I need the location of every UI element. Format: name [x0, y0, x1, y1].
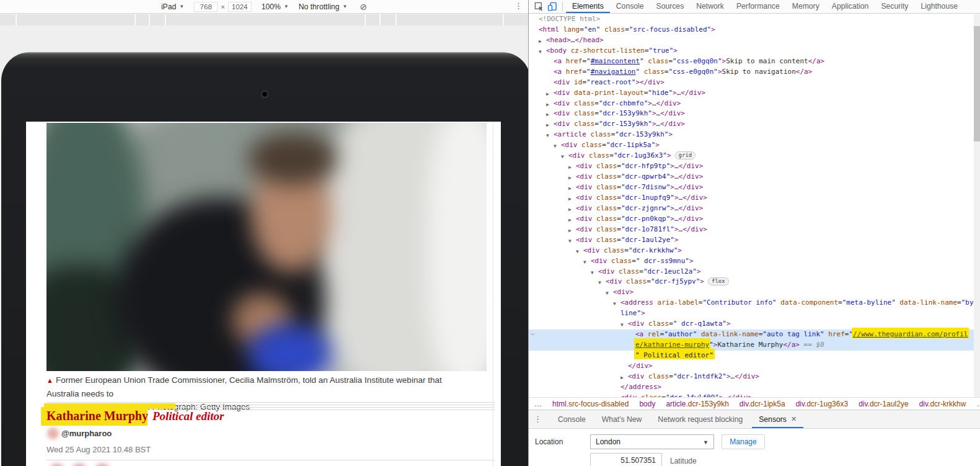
code-row[interactable]: ▶<div class="dcr-hfp9tp">…</div>: [529, 161, 974, 172]
code-row[interactable]: ▼<address aria-label="Contributor info" …: [529, 298, 974, 308]
code-row[interactable]: ▼<div class=" dcr-q1awta">: [529, 319, 974, 329]
code-row[interactable]: ▶<div class="dcr-qpwrb4">…</div>: [529, 172, 974, 182]
tab-sources[interactable]: Sources: [650, 0, 691, 14]
code-token: </div>: [640, 78, 664, 86]
code-token: <div: [576, 225, 593, 233]
ruler-separator: [364, 14, 366, 25]
zoom-select[interactable]: 100% ▼: [262, 2, 289, 11]
tab-application[interactable]: Application: [826, 0, 875, 14]
tab-lighthouse[interactable]: Lighthouse: [914, 0, 964, 14]
code-row[interactable]: ▼<div class="dcr-1ipk5a">: [529, 140, 974, 151]
code-row[interactable]: <a href="#maincontent" class="css-e0gq0n…: [529, 56, 974, 67]
chevron-down-icon: ▼: [179, 4, 184, 9]
code-row[interactable]: <!DOCTYPE html>: [529, 14, 974, 25]
code-row[interactable]: ▶<div class="dcr-chbmfo">…</div>: [529, 99, 974, 109]
code-token: "css-e0gq0n": [673, 57, 722, 65]
code-token: …: [674, 162, 679, 170]
code-row[interactable]: e/katharine-murphy">Katharine Murphy</a>…: [529, 340, 974, 351]
code-token: <article: [554, 130, 586, 138]
code-row[interactable]: ▶<div class="dcr-1ntdfk2">…</div>: [529, 372, 974, 382]
breadcrumb-item[interactable]: div.dcr-1ipk5a: [739, 400, 785, 408]
code-row[interactable]: <div id="react-root"></div>: [529, 78, 974, 88]
breadcrumb-overflow[interactable]: …: [976, 400, 980, 408]
code-row[interactable]: ▶<div class="dcr-1nupfq9">…</div>: [529, 193, 974, 204]
code-token: </div>: [628, 362, 653, 370]
drawer-tab-sensors[interactable]: Sensors✕: [751, 410, 805, 428]
breadcrumb-item[interactable]: article.dcr-153y9kh: [666, 400, 728, 408]
code-row[interactable]: ▼<div class="dcr-1eucl2a">: [529, 267, 974, 277]
code-row[interactable]: ▼<div class="dcr-krkkhw">: [529, 246, 974, 256]
attribute-link[interactable]: #navigation: [591, 68, 636, 76]
throttling-select[interactable]: No throttling ▼: [299, 2, 348, 11]
location-select[interactable]: London ▼: [590, 434, 714, 449]
code-row[interactable]: ▶<div class="dcr-1fwlf09">…</div>: [529, 393, 974, 397]
code-row[interactable]: ▶<div class="dcr-7disnw">…</div>: [529, 182, 974, 193]
code-row[interactable]: ▼<div>: [529, 287, 974, 298]
breadcrumb-class: .dcr-1aul2ye: [868, 400, 909, 408]
code-row[interactable]: ▶<div class="dcr-1o781fl">…</div>: [529, 225, 974, 235]
code-token: >: [652, 109, 656, 117]
twitter-handle-link[interactable]: @murpharoo: [61, 429, 112, 438]
code-row[interactable]: ▶<div class="dcr-153y9kh">…</div>: [529, 119, 974, 130]
code-row[interactable]: ▼<div class="dcr-1ug36x3">grid: [529, 151, 974, 161]
scrollbar-thumb[interactable]: [974, 26, 980, 141]
code-row[interactable]: ▶<div class="dcr-153y9kh">…</div>: [529, 109, 974, 119]
drawer-tab-console[interactable]: Console: [550, 410, 594, 428]
layout-badge[interactable]: flex: [708, 277, 729, 285]
code-token: <div: [576, 194, 593, 202]
code-row[interactable]: ▼<div class="dcr-1aul2ye">: [529, 235, 974, 246]
breadcrumb-item[interactable]: div.dcr-1ug36x3: [796, 400, 849, 408]
code-row[interactable]: <html lang="en" class="src-focus-disable…: [529, 25, 974, 35]
code-row[interactable]: ▼<div class=" dcr-ss9mnu">: [529, 256, 974, 267]
code-row[interactable]: ▶<div class="dcr-zjgnrw">…</div>: [529, 204, 974, 214]
code-row[interactable]: <a href="#navigation" class="css-e0gq0n"…: [529, 67, 974, 78]
attribute-link[interactable]: #maincontent: [591, 57, 640, 65]
breadcrumb-item[interactable]: html.src-focus-disabled: [552, 400, 629, 408]
breadcrumb-item[interactable]: body: [639, 400, 655, 408]
layout-badge[interactable]: grid: [675, 151, 696, 159]
tab-elements[interactable]: Elements: [566, 0, 610, 14]
code-row[interactable]: ▶<div data-print-layout="hide">…</div>: [529, 88, 974, 99]
breadcrumb-tag: article: [666, 400, 686, 408]
code-row[interactable]: ▼<body cz-shortcut-listen="true">: [529, 46, 974, 56]
inspect-element-icon[interactable]: [532, 0, 545, 13]
breadcrumb-class: .src-focus-disabled: [567, 400, 629, 408]
tab-network[interactable]: Network: [690, 0, 730, 14]
page-scrollbar[interactable]: [493, 122, 493, 466]
more-options-icon[interactable]: ⋮: [514, 1, 523, 11]
manage-button[interactable]: Manage: [722, 434, 765, 449]
code-row[interactable]: ▶<head>…</head>: [529, 35, 974, 46]
code-row[interactable]: </div>: [529, 361, 974, 372]
drawer-tab-network-request-blocking[interactable]: Network request blocking: [650, 410, 751, 428]
latitude-input[interactable]: 51.507351: [590, 453, 662, 466]
dimension-separator: ×: [221, 3, 224, 11]
code-row[interactable]: " Political editor": [529, 351, 974, 361]
code-token: </a>: [808, 57, 825, 65]
tab-performance[interactable]: Performance: [730, 0, 786, 14]
elements-scrollbar[interactable]: [974, 14, 980, 397]
code-token: "src-focus-disabled": [629, 25, 711, 34]
tab-console[interactable]: Console: [610, 0, 650, 14]
code-row[interactable]: ▶<div class="dcr-pn0kqp">…</div>: [529, 214, 974, 225]
drawer-menu-icon[interactable]: ⋮: [534, 414, 542, 424]
attribute-link[interactable]: e/katharine-murphy: [635, 341, 709, 349]
tab-security[interactable]: Security: [875, 0, 914, 14]
code-row[interactable]: ▼<article class="dcr-153y9kh">: [529, 130, 974, 140]
breadcrumb-overflow[interactable]: …: [534, 400, 542, 408]
twitter-avatar-icon: [47, 428, 59, 439]
code-row[interactable]: ⋯<a rel="author" data-link-name="auto ta…: [529, 329, 974, 340]
tab-memory[interactable]: Memory: [786, 0, 826, 14]
code-row[interactable]: ▼<div class="dcr-fj5ypv">flex: [529, 277, 974, 287]
breadcrumb-item[interactable]: div.dcr-1aul2ye: [859, 400, 909, 408]
width-input[interactable]: 768: [194, 2, 218, 12]
byline-author-link[interactable]: Katharine Murphy: [46, 409, 148, 423]
drawer-tab-what-s-new[interactable]: What's New: [594, 410, 650, 428]
attribute-link[interactable]: //www.theguardian.com/profil: [853, 330, 968, 338]
close-icon[interactable]: ✕: [791, 415, 797, 423]
code-row[interactable]: line">: [529, 308, 974, 319]
code-row[interactable]: </address>: [529, 382, 974, 393]
breadcrumb-item[interactable]: div.dcr-krkkhw: [919, 400, 966, 408]
device-select[interactable]: iPad ▼: [161, 2, 184, 11]
height-input[interactable]: 1024: [228, 2, 252, 12]
toggle-device-toolbar-icon[interactable]: [545, 0, 559, 13]
